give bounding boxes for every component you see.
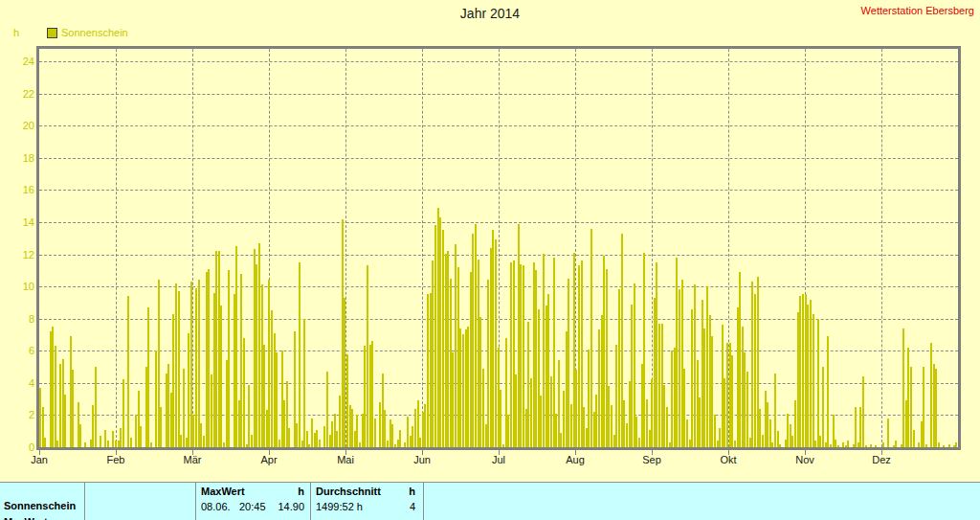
maxwert-unit: h [201, 486, 304, 498]
sunshine-bar [810, 300, 812, 447]
table-separator [423, 483, 424, 520]
sunshine-bar [669, 442, 671, 447]
sunshine-bar [702, 300, 703, 447]
sunshine-bar [921, 421, 923, 447]
sunshine-bar [817, 319, 819, 447]
sunshine-bar [586, 428, 588, 447]
sunshine-bar [183, 369, 185, 447]
sunshine-bar [226, 360, 228, 447]
sunshine-bar [417, 400, 419, 447]
y-tick-label: 4 [8, 376, 34, 390]
sunshine-bar [777, 431, 779, 447]
sunshine-bar [200, 423, 202, 447]
vgridline [116, 49, 117, 447]
durchschnitt-value: 4 [316, 501, 415, 513]
sunshine-bar [502, 444, 504, 447]
y-tick-label: 12 [8, 248, 34, 261]
sunshine-bar [186, 438, 188, 447]
y-tick-label: 10 [8, 280, 34, 293]
sunshine-bar [837, 445, 839, 447]
sunshine-bar [943, 445, 945, 447]
sunshine-bar [518, 224, 520, 447]
series-row-label: Sonnenschein [4, 500, 76, 512]
sunshine-bar [819, 436, 821, 447]
sunshine-bar [948, 444, 950, 447]
sunshine-bar [175, 283, 177, 447]
sunshine-bar [127, 296, 129, 447]
sunshine-bar [865, 445, 867, 447]
sunshine-bar [731, 355, 733, 447]
sunshine-bar [192, 415, 194, 447]
sunshine-bar [794, 400, 796, 447]
sunshine-bar [618, 289, 620, 447]
sunshine-bar [661, 324, 663, 447]
sunshine-bar [769, 419, 771, 447]
sunshine-bar [303, 319, 305, 447]
sunshine-bar [711, 336, 713, 447]
table-separator [195, 483, 196, 520]
sunshine-bar [276, 352, 278, 447]
sunshine-bar [334, 414, 336, 447]
sunshine-bar [643, 253, 645, 447]
sunshine-bar [147, 307, 149, 447]
sunshine-bar [910, 367, 912, 447]
sunshine-bar [211, 374, 212, 447]
sunshine-bar [44, 438, 46, 447]
sunshine-bar [198, 280, 200, 447]
sunshine-bar [902, 328, 904, 447]
y-tick-label: 18 [8, 151, 34, 165]
vgridline [881, 49, 882, 447]
sunshine-bar [955, 442, 957, 447]
sunshine-bar [442, 230, 444, 447]
sunshine-bar [744, 352, 746, 447]
sunshine-bar [294, 331, 296, 447]
maxwert-value: 14.90 [201, 501, 304, 513]
sunshine-bar [726, 343, 728, 447]
sunshine-bar [288, 428, 290, 447]
sunshine-bar [55, 346, 56, 447]
sunshine-bar [779, 444, 781, 447]
month-label: Jun [401, 454, 443, 465]
sunshine-legend-swatch-icon [47, 28, 57, 38]
sunshine-bar [746, 372, 748, 447]
sunshine-bar [923, 367, 924, 447]
month-label: Dez [860, 454, 902, 465]
sunshine-bar [100, 436, 101, 447]
month-label: Feb [95, 454, 137, 465]
sunshine-bar [122, 379, 124, 447]
table-separator [310, 483, 311, 520]
page-title: Jahr 2014 [0, 6, 980, 21]
sunshine-bar [410, 436, 412, 447]
station-name: Wetterstation Ebersberg [861, 5, 974, 16]
durchschnitt-unit: h [316, 486, 415, 498]
sunshine-bar [283, 400, 285, 447]
vgridline [192, 49, 193, 447]
y-tick-label: 8 [8, 312, 34, 326]
sunshine-bar [611, 405, 612, 447]
sunshine-bar [218, 251, 220, 447]
sunshine-bar [84, 442, 86, 447]
table-separator [84, 483, 85, 520]
sunshine-bar [319, 440, 321, 447]
month-label: Aug [554, 454, 596, 465]
sunshine-bar [601, 315, 603, 447]
sunshine-bar [220, 305, 222, 447]
sunshine-bar [827, 336, 829, 447]
sunshine-bar [510, 262, 512, 447]
sunshine-bar [676, 258, 678, 447]
sunshine-bar [374, 418, 376, 447]
sunshine-bar [95, 367, 97, 447]
y-tick-label: 6 [8, 344, 34, 357]
sunshine-bar [258, 243, 260, 447]
sunshine-bar [543, 254, 545, 447]
sunshine-bar [822, 367, 824, 447]
sunshine-bar [452, 352, 454, 447]
sunshine-bar [59, 364, 61, 447]
month-label: Okt [707, 454, 749, 465]
legend-label: Sonnenschein [61, 27, 128, 38]
sunshine-bar [651, 379, 653, 447]
vgridline [422, 49, 423, 447]
sunshine-bar [895, 441, 897, 447]
sunshine-bar [459, 328, 461, 447]
sunshine-bar [862, 376, 864, 447]
